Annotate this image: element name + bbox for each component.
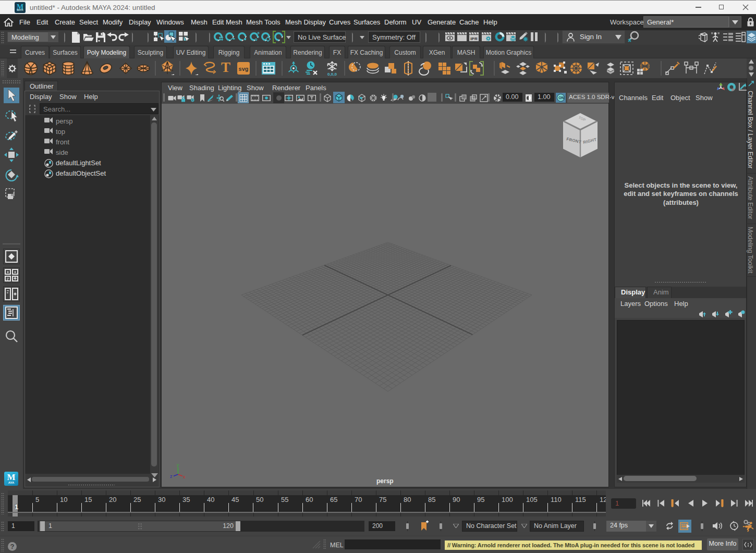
svg-text:IPR: IPR (470, 36, 478, 41)
svg-text:svg: svg (239, 66, 249, 72)
svg-text:x: x (183, 474, 186, 480)
svg-text:y: y (177, 462, 179, 468)
svg-text:0,0,0: 0,0,0 (327, 72, 337, 76)
svg-text:z: z (170, 474, 173, 479)
